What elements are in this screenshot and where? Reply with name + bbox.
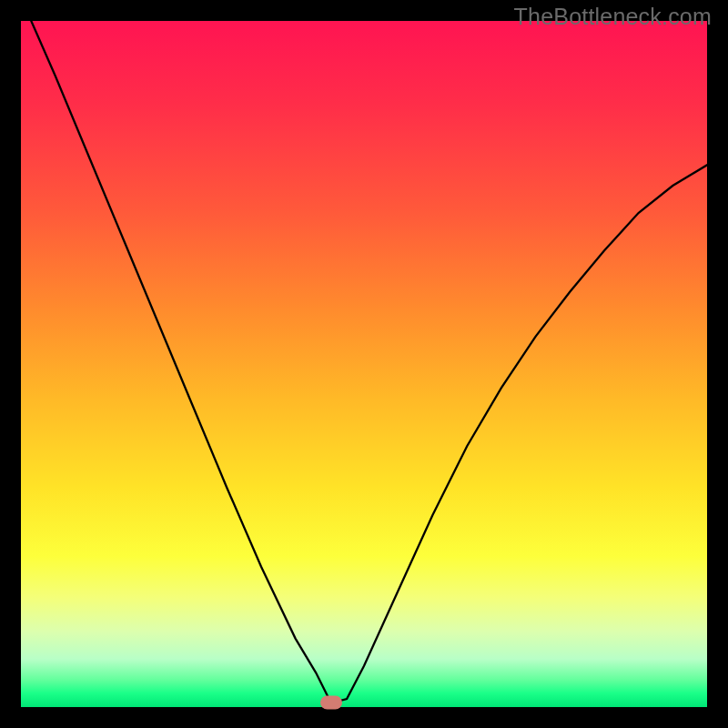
bottleneck-curve bbox=[21, 21, 707, 707]
image-frame: TheBottleneck.com bbox=[0, 0, 728, 728]
watermark-text: TheBottleneck.com bbox=[514, 4, 712, 30]
plot-area bbox=[21, 21, 707, 707]
curve-minimum-marker bbox=[320, 696, 342, 710]
